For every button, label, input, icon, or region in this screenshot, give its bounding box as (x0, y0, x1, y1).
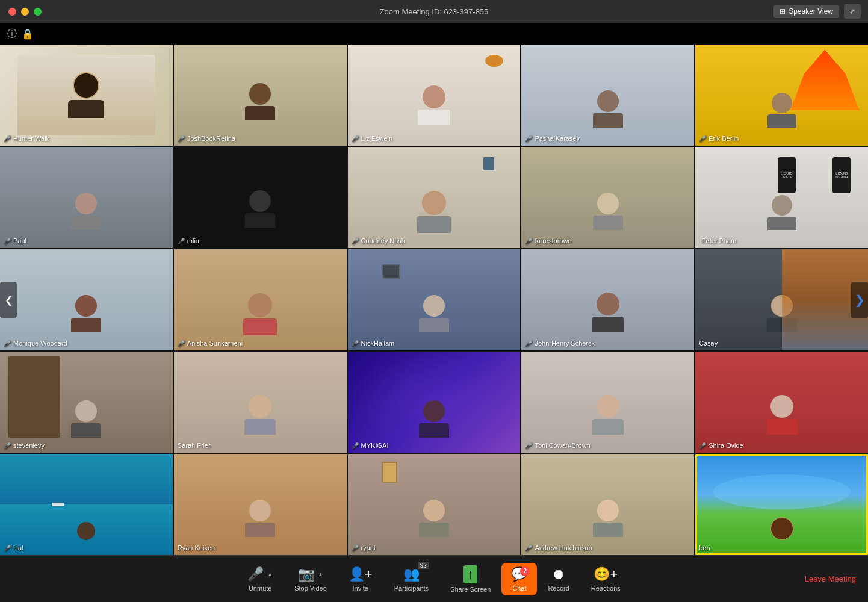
mute-indicator: 🎤 (4, 238, 11, 244)
participant-cell: 🎤 stevenlevy (0, 352, 173, 453)
participant-name: 🎤 MYKIGAI (352, 442, 389, 449)
unmute-label: Unmute (249, 585, 272, 592)
record-button[interactable]: ⏺ Record (537, 566, 580, 592)
participant-cell: 🎤 ryanl (348, 454, 521, 555)
fullscreen-button[interactable]: ⤢ (844, 4, 861, 19)
mute-indicator: 🎤 (525, 340, 532, 347)
mute-indicator: 🎤 (699, 135, 706, 142)
participant-name: 🎤 mliu (178, 237, 199, 244)
reactions-label: Reactions (591, 585, 621, 592)
lock-icon: 🔒 (22, 28, 34, 40)
participant-cell: 🎤 mliu (174, 147, 347, 248)
participant-cell: 🎤 Anisha Sunkerneni (174, 249, 347, 350)
participant-cell: 🎤 Courtney Nash (348, 147, 521, 248)
maximize-button[interactable] (34, 8, 42, 16)
stop-video-button[interactable]: 📷 ▲ Stop Video (284, 566, 338, 592)
share-screen-button[interactable]: ↑ Share Screen (439, 565, 501, 593)
participant-name: 🎤 Monique Woodard (4, 340, 67, 347)
participants-icon: 👥 (403, 566, 420, 582)
mute-indicator: 🎤 (525, 238, 532, 244)
participant-name: 🎤 Courtney Nash (352, 237, 405, 244)
mute-indicator: 🎤 (352, 340, 359, 347)
participant-name: 🎤 John-Henry Scherck (525, 340, 595, 347)
unmute-button[interactable]: 🎤 ▲ Unmute (237, 566, 284, 592)
participant-name: 🎤 Toni Cowan-Brown (525, 442, 590, 449)
participant-cell: 🎤 Andrew Hutchinson (521, 454, 694, 555)
participant-cell: 🎤 Shira Ovide (695, 352, 868, 453)
participant-cell: 🎤 MYKIGAI (348, 352, 521, 453)
participant-name: 🎤 stevenlevy (4, 442, 45, 449)
window-controls (8, 8, 42, 16)
participant-cell: 🎤 Hunter Walk (0, 45, 173, 146)
participant-name: Peter Pham (699, 237, 736, 244)
stop-video-label: Stop Video (294, 585, 327, 592)
video-icon: 📷 (298, 566, 314, 582)
share-screen-icon: ↑ (463, 565, 477, 583)
participant-cell: Casey (695, 249, 868, 350)
participant-name: 🎤 forrestbrown (525, 237, 571, 244)
participant-name: 🎤 Liz Eswein (352, 135, 393, 142)
participant-cell: LIQUIDDEATH LIQUIDDEATH Peter Pham (695, 147, 868, 248)
info-row: ⓘ 🔒 (0, 23, 868, 45)
chat-button[interactable]: 💬 2 Chat (501, 563, 537, 595)
participant-name: 🎤 Shira Ovide (699, 442, 743, 449)
prev-page-button[interactable]: ❮ (0, 282, 17, 318)
participant-cell: 🎤 Erik Berlin (695, 45, 868, 146)
mute-indicator: 🎤 (352, 442, 359, 449)
leave-meeting-button[interactable]: Leave Meeting (805, 574, 856, 583)
participant-cell: 🎤 John-Henry Scherck (521, 249, 694, 350)
chevron-right-icon: ❯ (855, 293, 865, 307)
participant-name: Sarah Frier (178, 442, 211, 449)
next-page-button[interactable]: ❯ (851, 282, 868, 318)
participant-name: 🎤 Paul (4, 237, 26, 244)
info-icon: ⓘ (7, 28, 17, 40)
participant-grid: 🎤 Hunter Walk 🎤 JoshBookRetina (0, 45, 868, 555)
participant-name: ben (699, 544, 710, 551)
minimize-button[interactable] (21, 8, 29, 16)
chat-badge: 2 (520, 566, 530, 576)
titlebar-actions: ⊞ Speaker View ⤢ (773, 4, 861, 19)
participant-cell: 🎤 Pasha Karasev (521, 45, 694, 146)
share-screen-label: Share Screen (450, 586, 491, 593)
expand-icon: ⤢ (849, 7, 855, 16)
participant-cell-highlighted: ben (695, 454, 868, 555)
participant-cell: 🎤 NickHallam (348, 249, 521, 350)
mute-indicator: 🎤 (178, 135, 185, 142)
microphone-muted-icon: 🎤 (247, 566, 264, 582)
close-button[interactable] (8, 8, 16, 16)
mute-indicator: 🎤 (699, 442, 706, 449)
video-caret[interactable]: ▲ (318, 571, 323, 577)
participant-cell: 🎤 Liz Eswein (348, 45, 521, 146)
mute-indicator: 🎤 (525, 442, 532, 449)
participant-name: 🎤 NickHallam (352, 340, 395, 347)
participant-name: 🎤 Erik Berlin (699, 135, 739, 142)
mute-indicator: 🎤 (4, 340, 11, 347)
participants-button[interactable]: 👥 92 Participants (383, 566, 439, 592)
participant-cell: 🎤 JoshBookRetina (174, 45, 347, 146)
participant-cell: 🎤 Hal (0, 454, 173, 555)
chevron-left-icon: ❮ (5, 294, 13, 306)
invite-label: Invite (353, 585, 368, 592)
invite-icon: 👤+ (349, 566, 373, 582)
unmute-caret[interactable]: ▲ (267, 571, 273, 577)
participant-cell: 🎤 Toni Cowan-Brown (521, 352, 694, 453)
video-grid-area: ❮ 1/4 ❯ 1/4 🎤 Hunter Walk (0, 45, 868, 555)
invite-button[interactable]: 👤+ Invite (338, 566, 383, 592)
mute-indicator: 🎤 (178, 238, 185, 244)
participant-name: 🎤 JoshBookRetina (178, 135, 235, 142)
mute-indicator: 🎤 (352, 135, 359, 142)
participant-name: 🎤 Andrew Hutchinson (525, 544, 592, 551)
participant-name: 🎤 Hunter Walk (4, 135, 49, 142)
participant-name: 🎤 Anisha Sunkerneni (178, 340, 243, 347)
participant-cell: 🎤 Monique Woodard (0, 249, 173, 350)
participant-cell: 🎤 Paul (0, 147, 173, 248)
mute-indicator: 🎤 (352, 545, 359, 551)
participant-name: Ryan Kuiken (178, 544, 215, 551)
participant-name: 🎤 Pasha Karasev (525, 135, 580, 142)
participant-name: 🎤 ryanl (352, 544, 376, 551)
toolbar: 🎤 ▲ Unmute 📷 ▲ Stop Video 👤+ Invite 👥 92… (0, 555, 868, 602)
reactions-button[interactable]: 😊+ Reactions (580, 566, 631, 592)
speaker-view-button[interactable]: ⊞ Speaker View (773, 5, 839, 18)
record-label: Record (548, 585, 569, 592)
record-icon: ⏺ (552, 566, 565, 582)
